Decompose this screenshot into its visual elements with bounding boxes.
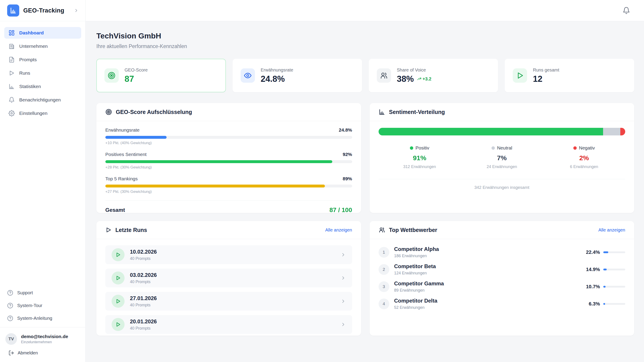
score-breakdown-panel: GEO-Score Aufschlüsselung Erwähnungsrate… <box>96 103 361 213</box>
runs-show-all-link[interactable]: Alle anzeigen <box>325 228 352 233</box>
avatar: TV <box>5 333 17 345</box>
competitors-show-all-link[interactable]: Alle anzeigen <box>598 228 625 233</box>
sentiment-segment-neutral <box>603 128 620 135</box>
panels-row-2: Letzte Runs Alle anzeigen 10.02.2026 40 … <box>96 221 634 336</box>
sidebar-item-statistiken[interactable]: Statistiken <box>4 81 81 92</box>
kpi-row: GEO-Score 87 Erwähnungsrate 24.8% <box>96 59 634 92</box>
sidebar-collapse-chevron-icon[interactable] <box>74 8 79 13</box>
kpi-label: GEO-Score <box>124 67 148 73</box>
sidebar-item-einstellungen[interactable]: Einstellungen <box>4 107 81 119</box>
kpi-label: Runs gesamt <box>533 67 559 73</box>
topbar <box>86 0 644 21</box>
logout-icon <box>8 350 14 356</box>
logout-label: Abmelden <box>18 350 38 356</box>
competitors-list: 1 Competitor Alpha 186 Erwähnungen 22.4% <box>370 239 634 312</box>
gear-icon <box>8 110 15 116</box>
sidebar-item-label: Runs <box>19 70 30 76</box>
bar-chart-icon <box>378 109 385 115</box>
building-icon <box>8 43 15 49</box>
green-dot-icon <box>410 146 413 150</box>
competitor-list-item[interactable]: 1 Competitor Alpha 186 Erwähnungen 22.4% <box>378 244 626 261</box>
progress-track <box>105 136 352 139</box>
user-section: TV demo@techvision.de Einzelunternehmen <box>0 327 86 348</box>
kpi-value: 87 <box>124 74 148 84</box>
share-fill <box>603 286 606 288</box>
target-icon <box>105 109 112 115</box>
sidebar-item-benachrichtigungen[interactable]: Benachrichtigungen <box>4 94 81 106</box>
footer-item-label: System-Anleitung <box>17 316 52 321</box>
sidebar-footer-nav: Support System-Tour System-Anleitung <box>0 286 86 327</box>
run-list-item[interactable]: 10.02.2026 40 Prompts <box>105 245 352 264</box>
sentiment-stat-neutral: Neutral 7% 24 Erwähnungen <box>461 145 543 169</box>
sidebar-item-system-anleitung[interactable]: System-Anleitung <box>5 314 80 323</box>
rank-badge: 3 <box>378 281 389 292</box>
kpi-label: Erwähnungsrate <box>261 67 294 73</box>
bell-icon[interactable] <box>622 7 630 14</box>
kpi-card-share-of-voice[interactable]: Share of Voice 38% +3.2 <box>369 59 498 92</box>
users-icon <box>377 68 391 83</box>
sidebar-item-runs[interactable]: Runs <box>4 67 81 79</box>
sentiment-panel: Sentiment-Verteilung Positiv 91% <box>370 103 634 213</box>
sidebar-item-system-tour[interactable]: System-Tour <box>5 301 80 310</box>
main-area: TechVision GmbH Ihre aktuellen Performan… <box>86 0 644 362</box>
run-list-item[interactable]: 20.01.2026 40 Prompts <box>105 315 352 334</box>
breakdown-row: Erwähnungsrate 24.8% +10 Pkt. (40% Gewic… <box>105 127 352 145</box>
share-track <box>603 303 625 305</box>
chevron-right-icon <box>340 322 346 327</box>
logout-button[interactable]: Abmelden <box>0 348 86 362</box>
breakdown-row: Top 5 Rankings 89% +27 Pkt. (30% Gewicht… <box>105 176 352 194</box>
chevron-right-icon <box>340 275 346 281</box>
share-fill <box>603 251 608 253</box>
bar-chart-logo-icon <box>10 7 17 14</box>
kpi-card-geo-score[interactable]: GEO-Score 87 <box>96 59 226 92</box>
runs-list: 10.02.2026 40 Prompts <box>96 239 361 334</box>
sentiment-segment-negativ <box>620 128 625 135</box>
gray-dot-icon <box>492 146 495 150</box>
share-track <box>603 251 625 253</box>
chevron-right-icon <box>340 299 346 304</box>
kpi-trend: +3.2 <box>417 76 431 81</box>
sidebar-item-label: Statistiken <box>19 84 41 89</box>
kpi-card-erwaehnungsrate[interactable]: Erwähnungsrate 24.8% <box>232 59 362 92</box>
kpi-value: 12 <box>533 74 559 84</box>
competitor-list-item[interactable]: 2 Competitor Beta 124 Erwähnungen 14.9% <box>378 261 626 278</box>
sentiment-stacked-bar <box>378 128 626 135</box>
bell-icon <box>8 97 15 103</box>
play-circle-icon <box>112 318 124 331</box>
sidebar-item-dashboard[interactable]: Dashboard <box>4 27 81 39</box>
run-list-item[interactable]: 27.01.2026 40 Prompts <box>105 292 352 311</box>
run-list-item[interactable]: 03.02.2026 40 Prompts <box>105 269 352 287</box>
dashboard-content: TechVision GmbH Ihre aktuellen Performan… <box>86 21 644 362</box>
footer-item-label: System-Tour <box>17 303 42 308</box>
play-icon <box>513 68 527 83</box>
panel-title: Sentiment-Verteilung <box>389 109 445 115</box>
share-fill <box>603 303 605 305</box>
panel-title: Letzte Runs <box>116 227 147 233</box>
sentiment-stat-positiv: Positiv 91% 312 Erwähnungen <box>378 145 461 169</box>
play-circle-icon <box>112 248 124 261</box>
sidebar-item-unternehmen[interactable]: Unternehmen <box>4 40 81 52</box>
play-icon <box>8 70 15 76</box>
sentiment-stat-negativ: Negativ 2% 6 Erwähnungen <box>543 145 625 169</box>
competitor-list-item[interactable]: 3 Competitor Gamma 89 Erwähnungen 10.7% <box>378 278 626 295</box>
progress-track <box>105 185 352 187</box>
trending-up-icon <box>417 77 422 81</box>
sidebar-item-support[interactable]: Support <box>5 288 80 298</box>
sentiment-segment-positiv <box>378 128 603 135</box>
sidebar-item-label: Dashboard <box>19 30 44 35</box>
sidebar-item-label: Prompts <box>19 57 37 62</box>
sidebar-header: GEO-Tracking <box>0 0 86 21</box>
kpi-card-runs-gesamt[interactable]: Runs gesamt 12 <box>505 59 634 92</box>
target-icon <box>104 68 119 83</box>
share-track <box>603 269 625 270</box>
competitor-list-item[interactable]: 4 Competitor Delta 52 Erwähnungen 6.3% <box>378 295 626 312</box>
total-score: 87 / 100 <box>330 206 352 214</box>
help-circle-icon <box>7 315 13 321</box>
sidebar-item-prompts[interactable]: Prompts <box>4 54 81 65</box>
sidebar: GEO-Tracking Dashboard Unternehmen <box>0 0 86 362</box>
help-circle-icon <box>7 290 13 296</box>
user-email: demo@techvision.de <box>21 334 68 339</box>
panels-row-1: GEO-Score Aufschlüsselung Erwähnungsrate… <box>96 103 634 213</box>
play-icon <box>105 227 112 233</box>
sidebar-bottom: Support System-Tour System-Anleitung TV <box>0 286 86 362</box>
